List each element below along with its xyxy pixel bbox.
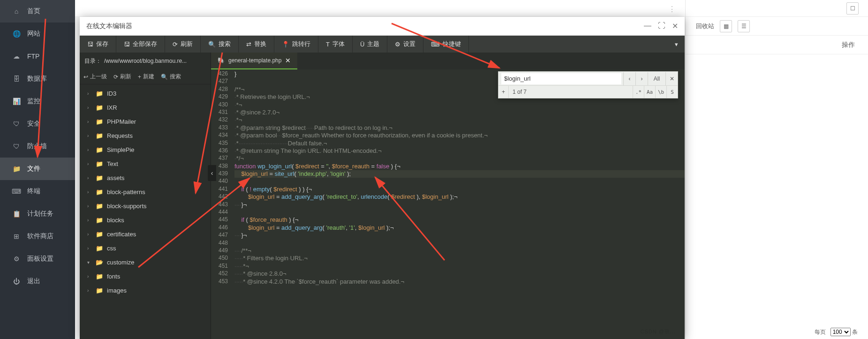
tree-folder[interactable]: ›📁IXR <box>80 100 211 114</box>
tree-new-button[interactable]: + 新建 <box>138 73 154 81</box>
file-tab[interactable]: 🐘 general-template.php ✕ <box>211 53 297 69</box>
code-line[interactable] <box>234 240 685 247</box>
tree-list[interactable]: ›📁ID3›📁IXR›📁PHPMailer›📁Requests›📁SimpleP… <box>80 84 211 339</box>
tree-folder[interactable]: ›📁css <box>80 241 211 255</box>
toolbar-refresh-button[interactable]: ⟳刷新 <box>165 36 201 53</box>
toolbar-expand-icon[interactable]: ▾ <box>668 41 685 48</box>
sidebar-item-logout[interactable]: ⏻退出 <box>0 270 75 293</box>
code-line[interactable]: ·*·@param·string·$redirect·····Path·to·r… <box>234 124 685 132</box>
maximize-icon[interactable]: ⛶ <box>658 22 665 30</box>
sidebar-item-monitor[interactable]: 📊监控 <box>0 90 75 113</box>
path-value[interactable]: /www/wwwroot/blog.banmou.re... <box>104 58 187 64</box>
more-icon[interactable]: ⋮ <box>668 5 676 14</box>
tree-folder[interactable]: ›📁SimplePie <box>80 143 211 157</box>
tree-folder[interactable]: ›📁Requests <box>80 128 211 143</box>
code-line[interactable]: ·····*¬ <box>234 263 685 270</box>
code-line[interactable]: ·*¬ <box>234 101 685 109</box>
search-option[interactable]: Aa <box>644 86 655 98</box>
checkbox-icon[interactable]: ☐ <box>846 2 859 15</box>
toolbar-label: 搜索 <box>219 40 231 48</box>
chevron-icon: › <box>87 246 92 251</box>
sidebar-item-store[interactable]: ⊞软件商店 <box>0 225 75 248</box>
toolbar-font-button[interactable]: T字体 <box>318 36 353 53</box>
minimize-icon[interactable]: — <box>644 22 651 30</box>
code-line[interactable] <box>234 209 685 216</box>
toolbar-replace-button[interactable]: ⇄替换 <box>239 36 274 53</box>
code-line[interactable]: ·*·@param·bool···$force_reauth·Whether·t… <box>234 132 685 139</box>
folder-icon: 📁 <box>96 203 103 210</box>
tree-refresh-button[interactable]: ⟳ 刷新 <box>113 73 131 81</box>
code-line[interactable]: $login_url = add_query_arg( 'redirect_to… <box>234 193 685 201</box>
watermark: CSDN @班... <box>640 328 676 335</box>
toolbar-saveall-button[interactable]: 🖫全部保存 <box>116 36 165 53</box>
tree-up-button[interactable]: ↩ 上一级 <box>83 73 107 81</box>
tree-folder[interactable]: ›📁ID3 <box>80 86 211 100</box>
close-window-icon[interactable]: ✕ <box>672 22 678 30</box>
sidebar-item-shield[interactable]: 🛡安全 <box>0 113 75 135</box>
recycle-bin-link[interactable]: 回收站 <box>696 22 714 30</box>
code-line[interactable]: $login_url = site_url( 'index.php', 'log… <box>234 170 685 178</box>
search-prev-button[interactable]: ‹ <box>623 72 635 85</box>
search-option[interactable]: .* <box>633 86 644 98</box>
tree-search-button[interactable]: 🔍 搜索 <box>161 73 181 81</box>
code-line[interactable]: $login_url = add_query_arg( 'reauth', '1… <box>234 224 685 232</box>
tree-folder[interactable]: ›📁fonts <box>80 269 211 283</box>
search-close-icon[interactable]: ✕ <box>665 72 678 85</box>
list-view-icon[interactable]: ☰ <box>738 20 750 32</box>
code-line[interactable]: ·*/¬ <box>234 155 685 162</box>
search-next-button[interactable]: › <box>635 72 648 85</box>
code-line[interactable]: ·*·@since·2.7.0¬ <box>234 109 685 116</box>
code-line[interactable]: ·····*·@since·4.2.0·The·`$force_reauth`·… <box>234 278 685 286</box>
sidebar-item-task[interactable]: 📋计划任务 <box>0 203 75 225</box>
code-line[interactable]: function wp_login_url( $redirect = '', $… <box>234 163 685 170</box>
tree-folder[interactable]: ›📁blocks <box>80 213 211 227</box>
sidebar-item-ftp[interactable]: ☁FTP <box>0 45 75 68</box>
code-line[interactable]: ·*·@return·string·The·login·URL.·Not·HTM… <box>234 147 685 155</box>
grid-view-icon[interactable]: ▦ <box>720 20 732 32</box>
toolbar-hotkey-button[interactable]: ⌨快捷键 <box>423 36 469 53</box>
close-tab-icon[interactable]: ✕ <box>285 57 291 64</box>
code-lines[interactable]: }/**¬·*·Retrieves·the·login·URL.¬·*¬·*·@… <box>234 70 685 286</box>
tree-folder[interactable]: ▾📂customize <box>80 255 211 269</box>
search-option[interactable]: S <box>666 86 678 98</box>
editor-titlebar[interactable]: 在线文本编辑器 — ⛶ ✕ <box>80 17 685 36</box>
tree-toolbar: ↩ 上一级 ⟳ 刷新 + 新建 🔍 搜索 <box>80 69 211 84</box>
tree-collapse-handle[interactable]: ‹ <box>208 165 216 181</box>
code-line[interactable]: ····}¬ <box>234 232 685 239</box>
tree-folder[interactable]: ›📁block-supports <box>80 199 211 213</box>
code-line[interactable]: ·····*·Filters·the·login·URL.¬ <box>234 255 685 262</box>
search-expand-icon[interactable]: + <box>498 86 509 98</box>
sidebar-item-firewall[interactable]: 🛡防火墙 <box>0 135 75 158</box>
sidebar-item-db[interactable]: 🗄数据库 <box>0 68 75 90</box>
tree-folder[interactable]: ›📁certificates <box>80 227 211 241</box>
code-line[interactable]: if ( $force_reauth ) {¬ <box>234 216 685 224</box>
tree-folder[interactable]: ›📁PHPMailer <box>80 114 211 128</box>
sidebar-item-globe[interactable]: 🌐网站 <box>0 23 75 45</box>
code-line[interactable]: ·····*·@since·2.8.0¬ <box>234 270 685 278</box>
code-line[interactable] <box>234 178 685 185</box>
toolbar-save-button[interactable]: 🖫保存 <box>80 36 116 53</box>
code-line[interactable]: ·*¬ <box>234 116 685 124</box>
tree-folder[interactable]: ›📁Text <box>80 157 211 171</box>
sidebar-item-folder[interactable]: 📁文件 <box>0 158 75 180</box>
per-page-select[interactable]: 100 <box>830 328 851 336</box>
code-line[interactable]: ····/**¬ <box>234 247 685 255</box>
tree-folder[interactable]: ›📁block-patterns <box>80 185 211 199</box>
sidebar-item-terminal[interactable]: ⌨终端 <box>0 180 75 203</box>
sidebar-item-settings[interactable]: ⚙面板设置 <box>0 248 75 270</box>
toolbar-search-button[interactable]: 🔍搜索 <box>201 36 239 53</box>
search-all-button[interactable]: All <box>648 72 665 85</box>
tree-folder[interactable]: ›📁assets <box>80 171 211 185</box>
sidebar-item-home[interactable]: ⌂首页 <box>0 0 75 23</box>
tree-folder[interactable]: ›📁images <box>80 283 211 297</box>
toolbar-label: 刷新 <box>181 40 193 48</box>
toolbar-goto-button[interactable]: 📍跳转行 <box>274 36 318 53</box>
toolbar-setting-button[interactable]: ⚙设置 <box>387 36 423 53</box>
code-panel[interactable]: 4264274284294304314324334344354364374384… <box>211 69 685 339</box>
code-line[interactable]: ····}¬ <box>234 201 685 209</box>
toolbar-theme-button[interactable]: Ü主题 <box>353 36 387 53</box>
search-input[interactable] <box>501 73 621 84</box>
code-line[interactable]: if ( ! empty( $redirect ) ) {¬ <box>234 186 685 193</box>
search-option[interactable]: \b <box>655 86 666 98</box>
code-line[interactable]: ·*·····························Default·f… <box>234 140 685 147</box>
